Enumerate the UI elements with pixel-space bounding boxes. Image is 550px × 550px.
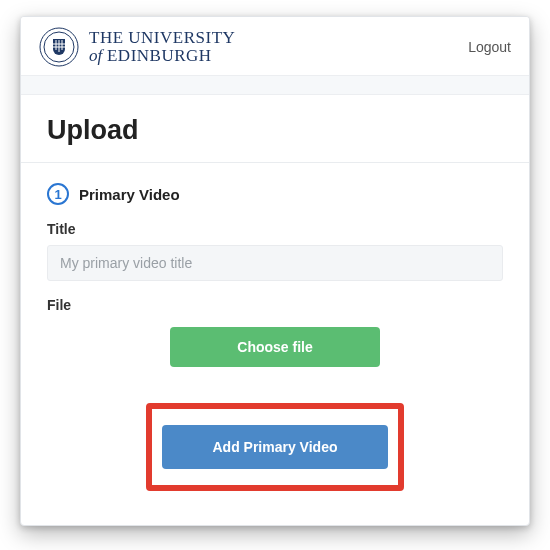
file-label: File bbox=[47, 297, 503, 313]
app-window: THE UNIVERSITY of EDINBURGH Logout Uploa… bbox=[20, 16, 530, 526]
university-crest-icon bbox=[39, 27, 79, 67]
title-label: Title bbox=[47, 221, 503, 237]
step-number-badge: 1 bbox=[47, 183, 69, 205]
divider bbox=[21, 162, 529, 163]
page-title: Upload bbox=[47, 115, 503, 146]
main-content: Upload 1 Primary Video Title File Choose… bbox=[21, 95, 529, 525]
add-primary-video-button[interactable]: Add Primary Video bbox=[162, 425, 388, 469]
step-header: 1 Primary Video bbox=[47, 183, 503, 205]
step-title: Primary Video bbox=[79, 186, 180, 203]
header: THE UNIVERSITY of EDINBURGH Logout bbox=[21, 17, 529, 75]
brand-line2: of EDINBURGH bbox=[89, 47, 235, 65]
brand: THE UNIVERSITY of EDINBURGH bbox=[39, 27, 235, 67]
highlight-annotation: Add Primary Video bbox=[146, 403, 404, 491]
logout-link[interactable]: Logout bbox=[468, 39, 511, 55]
title-input[interactable] bbox=[47, 245, 503, 281]
sub-header-bar bbox=[21, 75, 529, 95]
choose-file-button[interactable]: Choose file bbox=[170, 327, 380, 367]
brand-line1: THE UNIVERSITY bbox=[89, 29, 235, 47]
brand-text: THE UNIVERSITY of EDINBURGH bbox=[89, 29, 235, 65]
